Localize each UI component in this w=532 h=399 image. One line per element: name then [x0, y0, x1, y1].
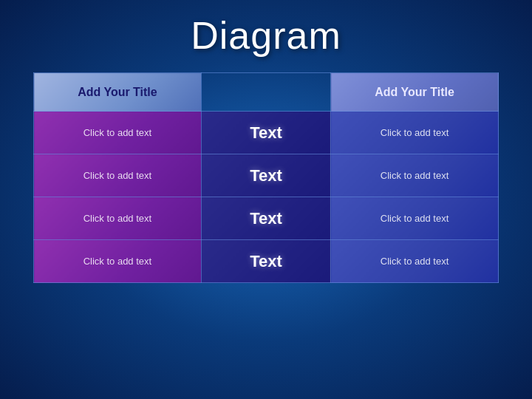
cell-left-2[interactable]: Click to add text	[34, 197, 202, 240]
diagram-table: Add Your Title Add Your Title Click to a…	[33, 72, 499, 283]
cell-right-2[interactable]: Click to add text	[331, 197, 499, 240]
cell-left-0[interactable]: Click to add text	[34, 112, 202, 154]
table-row: Click to add textTextClick to add text	[34, 112, 499, 154]
cell-center-3[interactable]: Text	[201, 240, 330, 283]
cell-center-1[interactable]: Text	[201, 154, 330, 197]
header-right-title[interactable]: Add Your Title	[331, 73, 499, 112]
cell-center-2[interactable]: Text	[201, 197, 330, 240]
cell-left-3[interactable]: Click to add text	[34, 240, 202, 283]
table-row: Click to add textTextClick to add text	[34, 240, 499, 283]
page-title: Diagram	[191, 13, 341, 58]
header-row: Add Your Title Add Your Title	[34, 73, 499, 112]
header-left-title[interactable]: Add Your Title	[34, 73, 202, 112]
cell-right-0[interactable]: Click to add text	[331, 112, 499, 154]
header-center	[201, 73, 330, 112]
cell-right-3[interactable]: Click to add text	[331, 240, 499, 283]
cell-right-1[interactable]: Click to add text	[331, 154, 499, 197]
cell-center-0[interactable]: Text	[201, 112, 330, 154]
table-row: Click to add textTextClick to add text	[34, 197, 499, 240]
table-row: Click to add textTextClick to add text	[34, 154, 499, 197]
cell-left-1[interactable]: Click to add text	[34, 154, 202, 197]
